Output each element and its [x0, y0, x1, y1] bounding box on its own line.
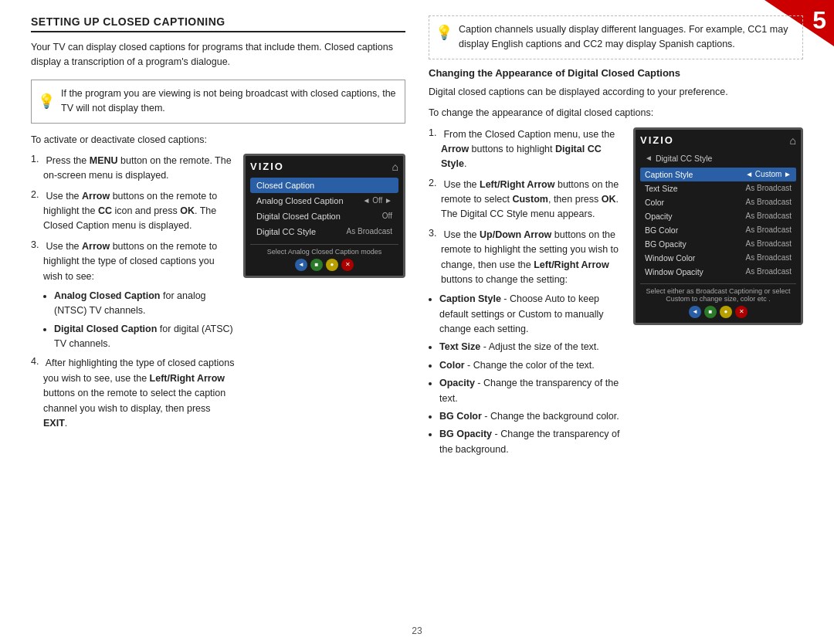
tv-item-label-1: Analog Closed Caption [256, 196, 344, 205]
nav-btn-green-right: ■ [704, 306, 717, 318]
intro-right: Digital closed captions can be displayed… [429, 85, 803, 100]
step-3: 3. Use the Arrow buttons on the remote t… [31, 239, 236, 284]
tv-item-value-3: As Broadcast [347, 227, 392, 236]
bullet-list-right: Caption Style - Choose Auto to keep defa… [439, 292, 626, 457]
tv-r-item-1: Text Size As Broadcast [640, 181, 796, 195]
intro-paragraph: Your TV can display closed captions for … [31, 40, 405, 70]
tv-item-label-3: Digital CC Style [256, 227, 316, 236]
tv-screen-right-container: VIZIO ⌂ ◄ Digital CC Style Caption Style… [633, 127, 803, 325]
r-step-2: 2. Use the Left/Right Arrow buttons on t… [429, 178, 626, 222]
tv-r-item-2: Color As Broadcast [640, 195, 796, 209]
r-step-num-3: 3. [429, 228, 441, 288]
tv-r-item-4: BG Color As Broadcast [640, 223, 796, 237]
tv-footer-left: Select Analog Closed Caption modes [250, 244, 398, 256]
tv-item-value-1: ◄ Off ► [362, 196, 392, 205]
tv-r-value-0: ◄ Custom ► [745, 170, 792, 178]
steps-intro-left: To activate or deactivate closed caption… [31, 133, 405, 147]
tv-r-item-5: BG Opacity As Broadcast [640, 237, 796, 251]
two-column-layout: SETTING UP CLOSED CAPTIONING Your TV can… [31, 15, 803, 462]
tv-screen-right: VIZIO ⌂ ◄ Digital CC Style Caption Style… [633, 127, 803, 325]
tv-logo-right: VIZIO [640, 134, 674, 146]
step-num-1: 1. [31, 154, 43, 184]
nav-btn-blue-left: ◄ [295, 259, 307, 271]
r-step-3: 3. Use the Up/Down Arrow buttons on the … [429, 228, 626, 288]
nav-btn-green-left: ■ [310, 259, 323, 271]
tv-r-label-0: Caption Style [645, 170, 693, 179]
section-title: SETTING UP CLOSED CAPTIONING [31, 15, 405, 32]
step-4: 4. After highlighting the type of closed… [31, 356, 236, 431]
nav-btn-yellow-left: ● [326, 259, 338, 271]
tv-r-value-2: As Broadcast [746, 198, 792, 206]
bullet-caption-style: Caption Style - Choose Auto to keep defa… [439, 292, 626, 337]
home-icon-right: ⌂ [790, 134, 796, 147]
step-2-text: Use the Arrow buttons on the remote to h… [43, 189, 236, 234]
tv-nav-buttons-right: ◄ ■ ● ✕ [640, 306, 796, 318]
tv-item-label-0: Closed Caption [256, 181, 314, 190]
tv-r-label-1: Text Size [645, 184, 678, 193]
bullet-list-left: Analog Closed Caption for analog (NTSC) … [54, 289, 236, 352]
sub-heading-right: Changing the Appearance of Digital Close… [429, 67, 803, 79]
step-num-4: 4. [31, 356, 43, 431]
tip-text-left: If the program you are viewing is not be… [61, 88, 396, 114]
r-step-num-1: 1. [429, 127, 441, 172]
tv-item-value-2: Off [382, 212, 392, 220]
tip-box-left: 💡 If the program you are viewing is not … [31, 80, 405, 124]
tv-item-label-2: Digital Closed Caption [256, 212, 341, 221]
steps-left: 1. Press the MENU button on the remote. … [31, 154, 236, 431]
tv-nav-buttons-left: ◄ ■ ● ✕ [250, 259, 398, 271]
left-column: SETTING UP CLOSED CAPTIONING Your TV can… [31, 15, 405, 462]
step-3-text: Use the Arrow buttons on the remote to h… [43, 239, 236, 284]
tv-r-item-3: Opacity As Broadcast [640, 209, 796, 223]
step-num-3: 3. [31, 239, 43, 284]
bullet-color: Color - Change the color of the text. [439, 358, 626, 373]
nav-btn-blue-right: ◄ [689, 306, 701, 318]
tv-r-value-3: As Broadcast [746, 212, 792, 220]
bullet-text-size: Text Size - Adjust the size of the text. [439, 340, 626, 354]
step-num-2: 2. [31, 189, 43, 234]
tv-logo-left: VIZIO [250, 161, 284, 172]
main-content: SETTING UP CLOSED CAPTIONING Your TV can… [31, 15, 803, 621]
page-number: 5 [812, 6, 826, 35]
bullet-analog: Analog Closed Caption for analog (NTSC) … [54, 289, 236, 319]
tv-r-value-6: As Broadcast [746, 253, 792, 262]
bullet-bg-color: BG Color - Change the background color. [439, 409, 626, 424]
home-icon-left: ⌂ [392, 161, 398, 173]
tv-r-value-1: As Broadcast [746, 184, 792, 192]
nav-btn-yellow-right: ● [720, 306, 732, 318]
tv-r-label-6: Window Color [645, 253, 695, 263]
tip-box-right: 💡 Caption channels usually display diffe… [429, 15, 803, 59]
steps-intro-right: To change the appearance of digital clos… [429, 106, 803, 120]
r-step-num-2: 2. [429, 178, 441, 222]
step-1: 1. Press the MENU button on the remote. … [31, 154, 236, 184]
step-4-text: After highlighting the type of closed ca… [43, 356, 236, 431]
tv-menu-item-3: Digital CC Style As Broadcast [250, 224, 398, 239]
r-step-1: 1. From the Closed Caption menu, use the… [429, 127, 626, 172]
tv-screen-left-container: VIZIO ⌂ Closed Caption Analog Closed Cap… [243, 154, 405, 278]
tv-r-item-7: Window Opacity As Broadcast [640, 265, 796, 279]
tv-menu-item-2: Digital Closed Caption Off [250, 208, 398, 224]
tv-r-label-3: Opacity [645, 212, 673, 221]
footer-page-number: 23 [412, 625, 422, 636]
tv-r-item-6: Window Color As Broadcast [640, 251, 796, 265]
tv-menu-item-1: Analog Closed Caption ◄ Off ► [250, 193, 398, 208]
bullet-opacity: Opacity - Change the transparency of the… [439, 376, 626, 406]
tip-text-right: Caption channels usually display differe… [459, 22, 796, 53]
steps-right: 1. From the Closed Caption menu, use the… [429, 127, 626, 463]
r-step-2-text: Use the Left/Right Arrow buttons on the … [441, 178, 626, 222]
nav-btn-red-left: ✕ [341, 259, 354, 271]
nav-btn-red-right: ✕ [735, 306, 748, 318]
bullet-bg-opacity: BG Opacity - Change the transparency of … [439, 427, 626, 457]
r-step-1-text: From the Closed Caption menu, use the Ar… [441, 127, 626, 172]
right-column: 💡 Caption channels usually display diffe… [429, 15, 803, 462]
bullet-digital: Digital Closed Caption for digital (ATSC… [54, 322, 236, 352]
tv-r-value-7: As Broadcast [746, 267, 792, 276]
page-footer: 23 [0, 625, 834, 636]
tv-footer-right: Select either as Broadcast Captioning or… [640, 283, 796, 303]
tv-header-left: VIZIO ⌂ [250, 161, 398, 173]
tv-r-value-5: As Broadcast [746, 239, 792, 248]
lightbulb-icon-right: 💡 [436, 22, 453, 53]
tv-r-item-0: Caption Style ◄ Custom ► [640, 168, 796, 181]
tv-menu-item-0: Closed Caption [250, 178, 398, 193]
lightbulb-icon: 💡 [38, 91, 55, 112]
step-2: 2. Use the Arrow buttons on the remote t… [31, 189, 236, 234]
